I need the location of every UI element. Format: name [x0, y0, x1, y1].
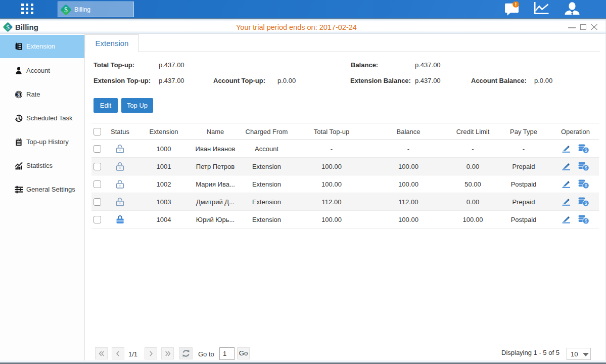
svg-text:$: $	[584, 165, 587, 170]
svg-text:$: $	[584, 201, 587, 206]
svg-text:$: $	[17, 92, 20, 98]
svg-text:$: $	[6, 23, 10, 31]
svg-text:$: $	[584, 183, 587, 188]
svg-text:$: $	[584, 218, 587, 223]
svg-text:$: $	[584, 148, 587, 153]
svg-text:$: $	[64, 6, 68, 14]
